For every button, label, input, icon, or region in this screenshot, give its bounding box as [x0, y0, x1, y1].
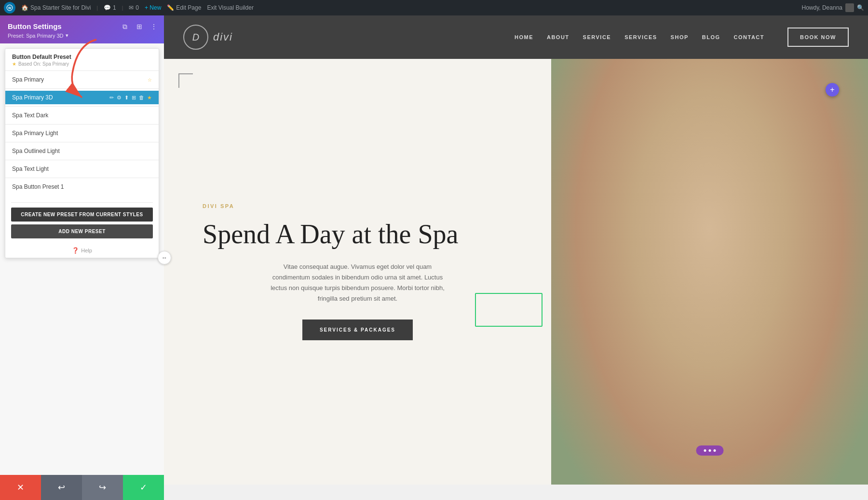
- selection-indicator: [475, 293, 542, 327]
- favorite-preset-icon[interactable]: ★: [147, 95, 152, 101]
- separator-2: |: [122, 5, 123, 11]
- divider-6: [5, 178, 159, 178]
- nav-blog[interactable]: BLOG: [702, 34, 720, 40]
- nav-shop[interactable]: SHOP: [671, 34, 689, 40]
- dot-1: [704, 449, 706, 452]
- preset-label-spa-button-preset-1: Spa Button Preset 1: [12, 183, 64, 190]
- chevron-down-icon: ▾: [66, 32, 68, 39]
- nav-service[interactable]: SERVICE: [583, 34, 611, 40]
- hero-body: Vitae consequat augue. Vivamus eget dolo…: [266, 262, 449, 304]
- nav-about[interactable]: ABOUT: [547, 34, 570, 40]
- main-layout: Button Settings Preset: Spa Primary 3D ▾…: [0, 15, 868, 500]
- wp-logo[interactable]: W: [4, 2, 15, 14]
- based-on-label: ★ Based On: Spa Primary: [12, 61, 152, 67]
- edit-preset-icon[interactable]: ✏: [109, 95, 114, 101]
- add-preset-button[interactable]: ADD NEW PRESET: [11, 224, 153, 238]
- website-preview: D divi HOME ABOUT SERVICE SERVICES SHOP …: [164, 15, 868, 500]
- preset-item-spa-primary[interactable]: Spa Primary ☆: [5, 73, 159, 86]
- layout-icon[interactable]: ⊞: [134, 21, 145, 32]
- close-button[interactable]: ✕: [0, 475, 41, 500]
- preset-item-spa-text-light[interactable]: Spa Text Light: [5, 162, 159, 176]
- hero-corner-decoration: [178, 73, 193, 88]
- hero-face-image: [551, 59, 868, 485]
- divider-1: [5, 88, 159, 89]
- hero-bg: [551, 59, 868, 485]
- preset-dropdown: Button Default Preset ★ Based On: Spa Pr…: [5, 48, 159, 258]
- settings-header: Button Settings Preset: Spa Primary 3D ▾…: [0, 15, 164, 43]
- preset-action-buttons: CREATE NEW PRESET FROM CURRENT STYLES AD…: [5, 195, 159, 243]
- howdy-user[interactable]: Howdy, Deanna 🔍: [802, 3, 865, 12]
- site-logo: D divi: [183, 25, 233, 50]
- preset-item-spa-primary-3d[interactable]: Spa Primary 3D ✏ ⚙ ⬆ ⊞ 🗑 ★: [5, 91, 159, 104]
- logo-text: divi: [213, 31, 233, 43]
- nav-home[interactable]: HOME: [515, 34, 533, 40]
- divider-2: [5, 106, 159, 107]
- site-name[interactable]: 🏠 Spa Starter Site for Divi: [21, 4, 91, 11]
- star-icon: ★: [12, 61, 16, 67]
- undo-icon: ↩: [58, 482, 65, 493]
- hero-section: DIVI SPA Spend A Day at the Spa Vitae co…: [164, 59, 868, 485]
- section-menu[interactable]: [696, 445, 723, 456]
- bottom-toolbar: ✕ ↩ ↪ ✓: [0, 475, 164, 500]
- preset-label-spa-text-light: Spa Text Light: [12, 166, 49, 172]
- hero-title: Spend A Day at the Spa: [203, 219, 513, 250]
- book-now-button[interactable]: BOOK NOW: [787, 28, 849, 47]
- preset-star-spa-primary[interactable]: ☆: [148, 77, 152, 83]
- default-preset-section: Button Default Preset ★ Based On: Spa Pr…: [5, 49, 159, 71]
- preset-label-spa-text-dark: Spa Text Dark: [12, 112, 48, 119]
- divider-7: [11, 202, 153, 203]
- expand-handle[interactable]: ↔: [158, 251, 171, 264]
- header-icons: ⧉ ⊞ ⋮: [120, 21, 159, 32]
- close-icon: ✕: [17, 482, 24, 493]
- user-avatar: [845, 3, 854, 12]
- exit-builder-link[interactable]: Exit Visual Builder: [207, 4, 254, 11]
- svg-text:W: W: [8, 6, 12, 10]
- divider-4: [5, 142, 159, 142]
- preset-label-row: Preset: Spa Primary 3D ▾: [8, 32, 156, 39]
- new-button[interactable]: + New: [145, 4, 161, 11]
- dot-2: [708, 449, 711, 452]
- preset-item-spa-outlined-light[interactable]: Spa Outlined Light: [5, 144, 159, 158]
- preset-actions: ✏ ⚙ ⬆ ⊞ 🗑 ★: [109, 95, 152, 101]
- hero-subtitle: DIVI SPA: [203, 203, 513, 209]
- separator-1: |: [96, 5, 98, 11]
- redo-icon: ↪: [99, 482, 106, 493]
- preset-label-spa-primary-light: Spa Primary Light: [12, 130, 58, 137]
- nav-contact[interactable]: CONTACT: [734, 34, 764, 40]
- redo-button[interactable]: ↪: [82, 475, 123, 500]
- copy-preset-icon[interactable]: ⊞: [132, 95, 136, 101]
- site-nav: HOME ABOUT SERVICE SERVICES SHOP BLOG CO…: [515, 28, 849, 47]
- preset-item-spa-button-preset-1[interactable]: Spa Button Preset 1: [5, 180, 159, 194]
- save-button[interactable]: ✓: [123, 475, 164, 500]
- settings-preset-icon[interactable]: ⚙: [117, 95, 122, 101]
- preset-item-spa-primary-light[interactable]: Spa Primary Light: [5, 126, 159, 140]
- nav-services[interactable]: SERVICES: [624, 34, 657, 40]
- left-panel: Button Settings Preset: Spa Primary 3D ▾…: [0, 15, 164, 500]
- undo-button[interactable]: ↩: [41, 475, 82, 500]
- preset-label-spa-primary-3d: Spa Primary 3D: [12, 94, 53, 101]
- add-section-button[interactable]: +: [826, 83, 839, 97]
- site-header: D divi HOME ABOUT SERVICE SERVICES SHOP …: [164, 15, 868, 59]
- messages-counter[interactable]: ✉ 0: [129, 4, 139, 11]
- divider-5: [5, 160, 159, 160]
- more-options-icon[interactable]: ⋮: [149, 21, 159, 32]
- create-preset-button[interactable]: CREATE NEW PRESET FROM CURRENT STYLES: [11, 208, 153, 222]
- copy-icon[interactable]: ⧉: [120, 21, 130, 32]
- hero-cta-button[interactable]: SERVICES & PACKAGES: [302, 319, 413, 340]
- admin-bar: W 🏠 Spa Starter Site for Divi | 💬 1 | ✉ …: [0, 0, 868, 15]
- preset-label-spa-primary: Spa Primary: [12, 76, 44, 83]
- comments-counter[interactable]: 💬 1: [104, 4, 116, 11]
- delete-preset-icon[interactable]: 🗑: [139, 95, 144, 100]
- hero-image: +: [551, 59, 868, 485]
- preset-list: Spa Primary ☆ Spa Primary 3D ✏ ⚙ ⬆ ⊞ 🗑 ★: [5, 71, 159, 195]
- divider-3: [5, 124, 159, 125]
- preset-label-spa-outlined-light: Spa Outlined Light: [12, 148, 60, 154]
- preset-item-spa-text-dark[interactable]: Spa Text Dark: [5, 109, 159, 122]
- default-preset-title: Button Default Preset: [12, 54, 152, 60]
- edit-page-link[interactable]: ✏️ Edit Page: [167, 4, 201, 11]
- logo-circle-icon: D: [183, 25, 208, 50]
- preset-label: Preset: Spa Primary 3D: [8, 33, 64, 39]
- save-icon: ✓: [140, 482, 147, 493]
- help-link[interactable]: ❓ Help: [5, 243, 159, 258]
- export-preset-icon[interactable]: ⬆: [124, 95, 129, 101]
